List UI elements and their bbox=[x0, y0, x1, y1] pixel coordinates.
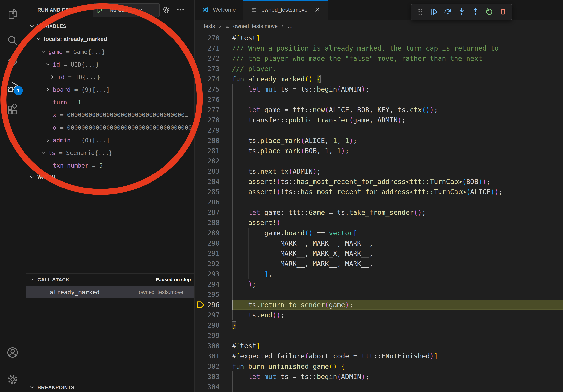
breakpoint-gutter[interactable] bbox=[195, 279, 206, 289]
variable-row-id[interactable]: id = UID{...} bbox=[26, 58, 194, 71]
variable-row-game[interactable]: game = Game{...} bbox=[26, 45, 194, 58]
tab-welcome[interactable]: Welcome bbox=[195, 0, 243, 20]
breakpoint-gutter[interactable] bbox=[195, 207, 206, 218]
variables-section-header[interactable]: VARIABLES bbox=[26, 20, 194, 32]
breakpoint-gutter[interactable] bbox=[195, 53, 206, 64]
debug-config-label[interactable]: No Configur bbox=[110, 7, 137, 13]
code-line-302[interactable]: 302fun burn_unfinished_game() { bbox=[195, 361, 563, 371]
code-line-284[interactable]: 284 assert!(ts::has_most_recent_for_addr… bbox=[195, 176, 563, 187]
breakpoint-gutter[interactable] bbox=[195, 341, 206, 351]
code-line-298[interactable]: 298} bbox=[195, 320, 563, 330]
code-line-280[interactable]: 280 ts.place_mark(ALICE, 1, 1); bbox=[195, 135, 563, 146]
code-line-296[interactable]: 296 ts.return_to_sender(game); bbox=[195, 300, 563, 310]
breakpoint-gutter[interactable] bbox=[195, 228, 206, 238]
breakpoint-gutter[interactable] bbox=[195, 74, 206, 84]
watch-section-header[interactable]: WATCH bbox=[26, 171, 194, 183]
breakpoint-gutter[interactable] bbox=[195, 64, 206, 74]
gear-icon[interactable] bbox=[162, 5, 171, 14]
stop-button[interactable] bbox=[497, 6, 509, 18]
code-line-273[interactable]: 273/// player. bbox=[195, 64, 563, 74]
code-line-281[interactable]: 281 ts.place_mark(BOB, 1, 1); bbox=[195, 146, 563, 156]
step-out-button[interactable] bbox=[470, 6, 481, 18]
activity-item-source-control[interactable] bbox=[0, 54, 25, 74]
breakpoint-gutter[interactable] bbox=[195, 371, 206, 382]
breakpoint-gutter[interactable] bbox=[195, 382, 206, 392]
breakpoint-gutter[interactable] bbox=[195, 84, 206, 94]
breakpoint-gutter[interactable] bbox=[195, 248, 206, 259]
code-line-303[interactable]: 303 let mut ts = ts::begin(ADMIN); bbox=[195, 371, 563, 382]
code-line-279[interactable]: 279 bbox=[195, 125, 563, 135]
code-line-295[interactable]: 295 bbox=[195, 289, 563, 300]
breakpoint-gutter[interactable] bbox=[195, 218, 206, 228]
code-line-288[interactable]: 288 assert!( bbox=[195, 218, 563, 228]
variable-row-x[interactable]: x = 000000000000000000000000000000000… bbox=[26, 109, 194, 121]
variable-row-turn[interactable]: turn = 1 bbox=[26, 96, 194, 109]
code-line-294[interactable]: 294 ); bbox=[195, 279, 563, 289]
activity-item-extensions[interactable] bbox=[0, 100, 25, 120]
code-line-301[interactable]: 301#[expected_failure(abort_code = ttt::… bbox=[195, 351, 563, 361]
debug-config-dropdown[interactable]: No Configur bbox=[93, 3, 160, 17]
code-line-271[interactable]: 271/// When a position is already marked… bbox=[195, 43, 563, 53]
code-line-285[interactable]: 285 assert!(!ts::has_most_recent_for_add… bbox=[195, 187, 563, 197]
code-line-283[interactable]: 283 ts.next_tx(ADMIN); bbox=[195, 166, 563, 176]
breakpoint-gutter[interactable] bbox=[195, 269, 206, 279]
variable-row-txn-number[interactable]: txn_number = 5 bbox=[26, 159, 194, 172]
activity-item-settings[interactable] bbox=[0, 369, 25, 389]
breadcrumb-item-tests[interactable]: tests bbox=[204, 23, 215, 29]
code-line-274[interactable]: 274fun already_marked() { bbox=[195, 74, 563, 84]
breakpoint-gutter[interactable] bbox=[195, 361, 206, 371]
breakpoint-gutter[interactable] bbox=[195, 33, 206, 43]
breakpoint-gutter[interactable] bbox=[195, 300, 206, 310]
code-line-292[interactable]: 292 MARK__, MARK__, MARK__, bbox=[195, 259, 563, 269]
code-line-282[interactable]: 282 bbox=[195, 156, 563, 166]
call-stack-section-header[interactable]: CALL STACK Paused on step bbox=[26, 274, 194, 286]
code-line-299[interactable]: 299 bbox=[195, 330, 563, 341]
breakpoint-gutter[interactable] bbox=[195, 94, 206, 105]
call-stack-frame[interactable]: already_markedowned_tests.move bbox=[26, 286, 194, 299]
activity-item-search[interactable] bbox=[0, 31, 25, 51]
more-actions-icon[interactable] bbox=[176, 5, 185, 14]
code-line-287[interactable]: 287 let game: ttt::Game = ts.take_from_s… bbox=[195, 207, 563, 218]
breakpoint-gutter[interactable] bbox=[195, 289, 206, 300]
breakpoint-gutter[interactable] bbox=[195, 320, 206, 330]
breakpoint-gutter[interactable] bbox=[195, 146, 206, 156]
code-line-293[interactable]: 293 ], bbox=[195, 269, 563, 279]
variable-row-o[interactable]: o = 00000000000000000000000000000000000… bbox=[26, 121, 194, 134]
code-line-300[interactable]: 300#[test] bbox=[195, 341, 563, 351]
activity-item-explorer[interactable] bbox=[0, 3, 25, 23]
variable-row-id[interactable]: id = ID{...} bbox=[26, 71, 194, 83]
breakpoints-section-header[interactable]: BREAKPOINTS bbox=[26, 381, 194, 392]
breakpoint-gutter[interactable] bbox=[195, 115, 206, 125]
code-line-297[interactable]: 297 ts.end(); bbox=[195, 310, 563, 320]
code-line-270[interactable]: 270#[test] bbox=[195, 33, 563, 43]
code-line-272[interactable]: 272/// the player who made the "false" m… bbox=[195, 53, 563, 64]
breakpoint-gutter[interactable] bbox=[195, 351, 206, 361]
variable-row-admin[interactable]: admin = (0)[...] bbox=[26, 134, 194, 146]
activity-item-account[interactable] bbox=[0, 343, 25, 362]
restart-button[interactable] bbox=[484, 6, 495, 18]
start-debugging-icon[interactable] bbox=[95, 6, 104, 14]
variable-row-ts[interactable]: ts = Scenario{...} bbox=[26, 146, 194, 159]
code-editor[interactable]: 270#[test]271/// When a position is alre… bbox=[195, 33, 563, 392]
code-line-275[interactable]: 275 let mut ts = ts::begin(ADMIN); bbox=[195, 84, 563, 94]
breakpoint-gutter[interactable] bbox=[195, 259, 206, 269]
code-line-291[interactable]: 291 MARK__, MARK_X, MARK__, bbox=[195, 248, 563, 259]
breakpoint-gutter[interactable] bbox=[195, 187, 206, 197]
breakpoint-gutter[interactable] bbox=[195, 197, 206, 207]
continue-button[interactable] bbox=[428, 6, 440, 18]
code-line-277[interactable]: 277 let game = ttt::new(ALICE, BOB, KEY,… bbox=[195, 105, 563, 115]
variable-row-board[interactable]: board = (9)[...] bbox=[26, 83, 194, 96]
breakpoint-gutter[interactable] bbox=[195, 166, 206, 176]
code-line-290[interactable]: 290 MARK__, MARK__, MARK__, bbox=[195, 238, 563, 248]
code-line-304[interactable]: 304 bbox=[195, 382, 563, 392]
breadcrumb-item-owned-tests-move[interactable]: owned_tests.move bbox=[225, 23, 278, 29]
drag-handle[interactable] bbox=[414, 6, 426, 18]
breakpoint-gutter[interactable] bbox=[195, 125, 206, 135]
code-line-276[interactable]: 276 bbox=[195, 94, 563, 105]
tab-owned-tests-move[interactable]: owned_tests.move bbox=[243, 0, 328, 20]
breakpoint-gutter[interactable] bbox=[195, 330, 206, 341]
variable-row-locals-already-marked[interactable]: locals: already_marked bbox=[26, 33, 194, 45]
breakpoint-gutter[interactable] bbox=[195, 105, 206, 115]
code-line-286[interactable]: 286 bbox=[195, 197, 563, 207]
breakpoint-gutter[interactable] bbox=[195, 310, 206, 320]
